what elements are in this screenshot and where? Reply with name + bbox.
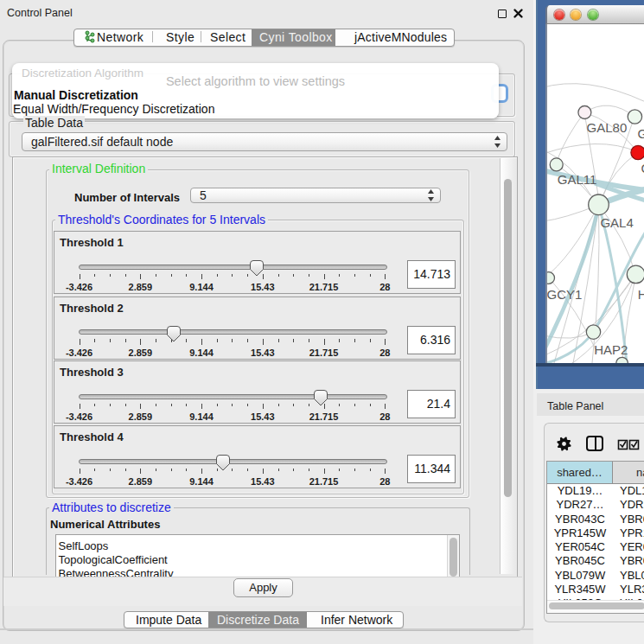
- svg-text:GAL80: GAL80: [587, 120, 628, 135]
- svg-text:GA: GA: [637, 126, 644, 141]
- svg-text:HAP2: HAP2: [594, 342, 628, 357]
- svg-text:H: H: [638, 287, 644, 302]
- svg-text:GAL4: GAL4: [600, 215, 633, 230]
- svg-text:GAL11: GAL11: [558, 172, 597, 187]
- svg-text:C: C: [641, 161, 644, 175]
- svg-text:GCY1: GCY1: [547, 287, 582, 302]
